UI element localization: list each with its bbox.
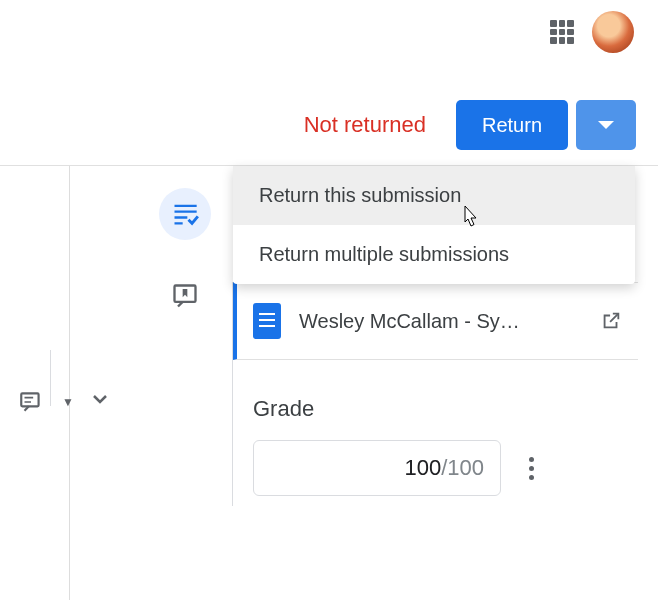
- return-dropdown-button[interactable]: [576, 100, 636, 150]
- chevron-down-icon[interactable]: [88, 387, 112, 417]
- grade-label: Grade: [253, 396, 618, 422]
- open-in-new-icon[interactable]: [600, 310, 622, 332]
- grading-tool-column: [150, 166, 220, 322]
- return-button[interactable]: Return: [456, 100, 568, 150]
- apps-launcher-icon[interactable]: [550, 20, 574, 44]
- bookmark-comment-icon: [171, 282, 199, 310]
- menu-item-return-multiple[interactable]: Return multiple submissions: [233, 225, 635, 284]
- grade-value: 100: [404, 455, 441, 481]
- left-toolbar: ▼: [0, 166, 70, 600]
- return-dropdown-menu: Return this submission Return multiple s…: [233, 166, 635, 284]
- grade-max: /100: [441, 455, 484, 481]
- grading-tool-button[interactable]: [159, 188, 211, 240]
- file-attachment-row[interactable]: Wesley McCallam - Sy…: [233, 282, 638, 360]
- comment-mode-icon[interactable]: [18, 389, 44, 415]
- dropdown-arrow-icon[interactable]: ▼: [62, 395, 74, 409]
- menu-item-return-this[interactable]: Return this submission: [233, 166, 635, 225]
- avatar[interactable]: [592, 11, 634, 53]
- svg-rect-0: [21, 393, 38, 406]
- grade-options-button[interactable]: [521, 449, 542, 488]
- action-bar: Not returned Return: [304, 100, 636, 150]
- grading-icon: [171, 200, 199, 228]
- comment-bank-button[interactable]: [159, 270, 211, 322]
- return-button-group: Return: [456, 100, 636, 150]
- grade-row: 100/100: [253, 440, 618, 496]
- top-header: [0, 0, 658, 64]
- grade-input[interactable]: 100/100: [253, 440, 501, 496]
- chevron-down-icon: [598, 121, 614, 129]
- status-badge: Not returned: [304, 112, 426, 138]
- toolbar-divider: [50, 350, 51, 406]
- google-doc-icon: [253, 303, 281, 339]
- grade-section: Grade 100/100: [233, 360, 638, 506]
- submission-panel: Wesley McCallam - Sy… Grade 100/100: [232, 282, 638, 506]
- file-name: Wesley McCallam - Sy…: [299, 310, 582, 333]
